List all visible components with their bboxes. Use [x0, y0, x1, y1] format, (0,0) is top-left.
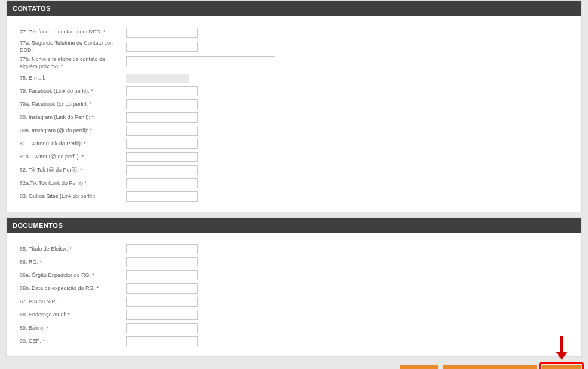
field-88: 88. Endereço atual: *	[20, 310, 568, 321]
input-instagram-at[interactable]	[126, 126, 198, 136]
label-79: 79. Facebook (Link do perfil): *	[20, 88, 126, 95]
contatos-header: CONTATOS	[7, 1, 581, 16]
input-twitter-link[interactable]	[126, 139, 198, 149]
input-titulo-eleitor[interactable]	[126, 244, 198, 254]
input-segundo-telefone[interactable]	[126, 42, 198, 52]
label-89: 89. Bairro: *	[20, 325, 126, 332]
input-tiktok-at[interactable]	[126, 165, 198, 175]
documentos-panel: DOCUMENTOS 85. Título de Eleitor: * 86. …	[6, 217, 582, 357]
label-88: 88. Endereço atual: *	[20, 312, 126, 319]
label-86: 86. RG: *	[20, 259, 126, 266]
label-87: 87. PIS ou NIP:	[20, 298, 126, 306]
field-77b: 77b. Nome e telefone de contato de algué…	[20, 56, 568, 70]
label-85: 85. Título de Eleitor: *	[20, 246, 126, 253]
input-contato-proximo[interactable]	[126, 56, 275, 66]
contatos-body: 77. Telefone de contato com DDD: * 77a. …	[7, 16, 581, 212]
input-rg[interactable]	[126, 257, 198, 267]
input-cep[interactable]	[126, 336, 198, 346]
field-87: 87. PIS ou NIP:	[20, 297, 568, 307]
field-90: 90. CEP: *	[20, 336, 568, 347]
field-83: 83. Outros Sites (Link do perfil):	[20, 191, 568, 202]
input-data-expedicao[interactable]	[126, 283, 198, 294]
redacted-email	[126, 74, 189, 83]
field-86a: 86a. Órgão Expedidor do RG: *	[20, 270, 568, 281]
label-81a: 81a. Twitter (@ do perfil): *	[20, 154, 126, 161]
label-86a: 86a. Órgão Expedidor do RG: *	[20, 272, 126, 279]
field-82: 82. Tik Tok (@ do Perfil): *	[20, 165, 568, 176]
documentos-body: 85. Título de Eleitor: * 86. RG: * 86a. …	[7, 233, 581, 356]
field-79: 79. Facebook (Link do perfil): *	[20, 86, 568, 97]
field-77: 77. Telefone de contato com DDD: *	[20, 27, 568, 38]
label-80: 80. Instagram (Link do Perfil): *	[20, 114, 126, 121]
label-79a: 79a. Facebook (@ do perfil): *	[20, 101, 126, 108]
field-85: 85. Título de Eleitor: *	[20, 244, 568, 255]
label-78: 78. E-mail:	[20, 75, 126, 82]
field-89: 89. Bairro: *	[20, 323, 568, 334]
label-77: 77. Telefone de contato com DDD: *	[20, 29, 126, 36]
label-90: 90. CEP: *	[20, 338, 126, 345]
input-bairro[interactable]	[126, 323, 198, 333]
input-tiktok-link[interactable]	[126, 178, 198, 188]
label-82: 82. Tik Tok (@ do Perfil): *	[20, 167, 126, 174]
field-82a: 82a.Tik Tok (Link do Perfil) *	[20, 178, 568, 189]
next-button[interactable]: Próximo	[542, 365, 581, 369]
form-page: CONTATOS 77. Telefone de contato com DDD…	[0, 0, 588, 369]
field-79a: 79a. Facebook (@ do perfil): *	[20, 99, 568, 110]
save-button[interactable]: Salvar e continuar mais tarde	[443, 365, 537, 369]
input-endereco[interactable]	[126, 310, 198, 320]
input-outros-sites[interactable]	[126, 191, 198, 202]
field-78: 78. E-mail:	[20, 73, 568, 84]
field-86b: 86b. Data de expedição do RG: *	[20, 283, 568, 294]
label-81: 81. Twitter (Link do Perfil): *	[20, 141, 126, 148]
nav-button-row: Anterior Salvar e continuar mais tarde P…	[6, 362, 582, 369]
label-77a: 77a. Segundo Telefone de Contato com DDD…	[20, 40, 126, 54]
field-86: 86. RG: *	[20, 257, 568, 268]
input-instagram-link[interactable]	[126, 112, 198, 123]
input-orgao-expedidor[interactable]	[126, 270, 198, 280]
documentos-header: DOCUMENTOS	[7, 218, 581, 233]
field-80: 80. Instagram (Link do Perfil): *	[20, 112, 568, 123]
input-facebook-at[interactable]	[126, 99, 198, 109]
prev-button[interactable]: Anterior	[400, 365, 438, 369]
contatos-panel: CONTATOS 77. Telefone de contato com DDD…	[6, 0, 582, 212]
label-77b: 77b. Nome e telefone de contato de algué…	[20, 56, 126, 70]
label-80a: 80a. Instagram (@ do perfil): *	[20, 127, 126, 135]
label-82a: 82a.Tik Tok (Link do Perfil) *	[20, 180, 126, 187]
label-83: 83. Outros Sites (Link do perfil):	[20, 193, 126, 200]
field-81: 81. Twitter (Link do Perfil): *	[20, 139, 568, 150]
input-twitter-at[interactable]	[126, 152, 198, 162]
field-80a: 80a. Instagram (@ do perfil): *	[20, 126, 568, 136]
input-pis-nip[interactable]	[126, 297, 198, 307]
input-telefone-ddd[interactable]	[126, 28, 198, 38]
field-81a: 81a. Twitter (@ do perfil): *	[20, 152, 568, 163]
label-86b: 86b. Data de expedição do RG: *	[20, 285, 126, 292]
field-77a: 77a. Segundo Telefone de Contato com DDD…	[20, 40, 568, 54]
input-facebook-link[interactable]	[126, 86, 198, 96]
